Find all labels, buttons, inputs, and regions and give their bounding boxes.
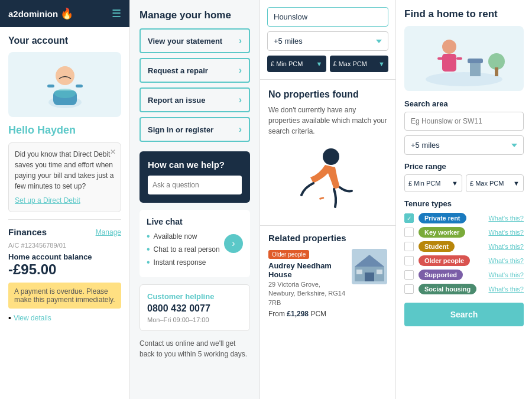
manage-finances-link[interactable]: Manage [96, 228, 121, 236]
bullet-1: • [147, 244, 150, 255]
help-input-row: 🔍 [148, 176, 242, 194]
tenure-tag-1: Key worker [419, 227, 465, 238]
svg-rect-22 [495, 67, 498, 76]
greeting: Hello Hayden [8, 124, 121, 137]
older-people-badge: Older people [268, 250, 309, 259]
whats-this-4[interactable]: What's this? [488, 271, 524, 278]
hamburger-menu[interactable]: ☰ [112, 7, 121, 20]
view-details-link[interactable]: View details [14, 314, 51, 322]
min-price-label: £ Min PCM [271, 60, 303, 67]
price-range-row: £ Min PCM ▼ £ Max PCM ▼ [404, 174, 524, 192]
min-price-btn[interactable]: £ Min PCM ▼ [267, 56, 326, 72]
helpline-box: Customer helpline 0800 432 0077 Mon–Fri … [140, 284, 250, 331]
tenure-checkbox-4[interactable] [404, 270, 414, 280]
request-repair-btn[interactable]: Request a repair › [140, 58, 250, 83]
chat-item-text-2: Instant response [154, 258, 206, 267]
whats-this-3[interactable]: What's this? [488, 257, 524, 264]
panel-search-results: +5 miles +10 miles +15 miles £ Min PCM ▼… [260, 0, 396, 399]
tenure-item-2: Student What's this? [404, 241, 524, 252]
helpline-number: 0800 432 0077 [147, 303, 242, 314]
chat-item-text-1: Chat to a real person [154, 245, 220, 254]
live-chat-arrow-btn[interactable]: › [224, 234, 243, 253]
no-results-section: No properties found We don't currently h… [260, 80, 395, 226]
bullet-point: • [8, 313, 11, 323]
jumping-person-illustration [268, 145, 387, 216]
tenure-checkbox-3[interactable] [404, 256, 414, 265]
sign-in-btn[interactable]: Sign in or register › [140, 117, 250, 142]
find-min-price-btn[interactable]: £ Min PCM ▼ [404, 174, 462, 192]
whats-this-5[interactable]: What's this? [488, 286, 524, 293]
report-issue-btn[interactable]: Report an issue › [140, 87, 250, 112]
svg-rect-20 [468, 59, 483, 63]
helpline-name: Customer helpline [147, 292, 242, 301]
arrow-icon-1: › [239, 65, 242, 76]
panel-find-home: Find a home to rent Search area +5 miles… [396, 0, 532, 399]
miles-select2[interactable]: +5 miles +10 miles [404, 135, 524, 155]
account-illustration [8, 52, 121, 117]
svg-point-14 [426, 72, 502, 86]
location-input[interactable] [267, 7, 388, 27]
property-info: Older people Audrey Needham House 29 Vic… [268, 249, 347, 318]
related-properties-section: Related properties Older people Audrey N… [260, 226, 395, 399]
miles-select[interactable]: +5 miles +10 miles +15 miles [267, 31, 388, 51]
arrow-icon-0: › [239, 35, 242, 46]
flame-icon: 🔥 [60, 8, 73, 20]
tenure-checkbox-2[interactable] [404, 242, 414, 251]
find-min-label: £ Min PCM [408, 180, 440, 187]
close-notification[interactable]: ✕ [110, 147, 116, 157]
view-statement-btn[interactable]: View your statement › [140, 28, 250, 53]
property-address: 29 Victoria Grove, Newbury, Berkshire, R… [268, 280, 347, 307]
find-max-price-btn[interactable]: £ Max PCM ▼ [466, 174, 524, 192]
whats-this-1[interactable]: What's this? [488, 229, 524, 236]
svg-rect-5 [76, 85, 83, 87]
notification-text: Did you know that Direct Debit saves you… [15, 150, 113, 190]
search-button[interactable]: Search [404, 303, 524, 326]
property-image [352, 249, 387, 284]
app-header: a2dominion 🔥 ☰ [0, 0, 129, 27]
price-filter-row: £ Min PCM ▼ £ Max PCM ▼ [267, 56, 388, 72]
report-issue-label: Report an issue [148, 96, 206, 105]
search-filters: +5 miles +10 miles +15 miles £ Min PCM ▼… [260, 0, 395, 80]
max-price-btn[interactable]: £ Max PCM ▼ [330, 56, 389, 72]
property-price: From £1,298 PCM [268, 310, 347, 318]
search-area-input[interactable] [404, 112, 524, 131]
arrow-icon-2: › [239, 95, 242, 105]
no-results-title: No properties found [268, 89, 387, 100]
tenure-item-5: Social housing What's this? [404, 284, 524, 294]
tenure-tag-5: Social housing [419, 284, 476, 294]
property-card: Older people Audrey Needham House 29 Vic… [268, 249, 387, 318]
person-svg [41, 58, 89, 111]
tenure-checkbox-0[interactable] [404, 213, 414, 223]
logo-text: a2dominion [8, 9, 58, 19]
svg-point-2 [56, 66, 74, 85]
tenure-label: Tenure types [404, 199, 524, 208]
price-from-label: From [268, 310, 285, 318]
direct-debit-link[interactable]: Set up a Direct Debit [15, 195, 115, 206]
balance-label: Home account balance [8, 252, 121, 261]
related-title: Related properties [268, 233, 387, 243]
svg-point-21 [488, 53, 505, 70]
arrow-icon-3: › [239, 124, 242, 135]
tenure-checkbox-1[interactable] [404, 228, 414, 237]
manage-title: Manage your home [140, 9, 250, 21]
finances-title: Finances [8, 227, 47, 237]
whats-this-0[interactable]: What's this? [488, 215, 524, 222]
contact-text: Contact us online and we'll get back to … [140, 338, 250, 359]
bullet-2: • [147, 257, 150, 268]
svg-rect-4 [47, 85, 54, 87]
find-home-illustration [404, 26, 524, 91]
svg-rect-7 [319, 197, 325, 200]
bullet-0: • [147, 231, 150, 242]
help-title: How can we help? [148, 160, 242, 170]
svg-rect-11 [365, 273, 374, 281]
find-max-chevron: ▼ [513, 180, 520, 187]
tenure-item-4: Supported What's this? [404, 270, 524, 280]
help-search-input[interactable] [148, 176, 242, 194]
price-suffix: PCM [310, 310, 326, 318]
search-area-label: Search area [404, 99, 524, 108]
panel-manage-home: Manage your home View your statement › R… [130, 0, 260, 399]
account-number: A/C #123456789/01 [8, 242, 121, 249]
max-chevron: ▼ [378, 60, 385, 67]
tenure-checkbox-5[interactable] [404, 284, 414, 294]
whats-this-2[interactable]: What's this? [488, 243, 524, 250]
